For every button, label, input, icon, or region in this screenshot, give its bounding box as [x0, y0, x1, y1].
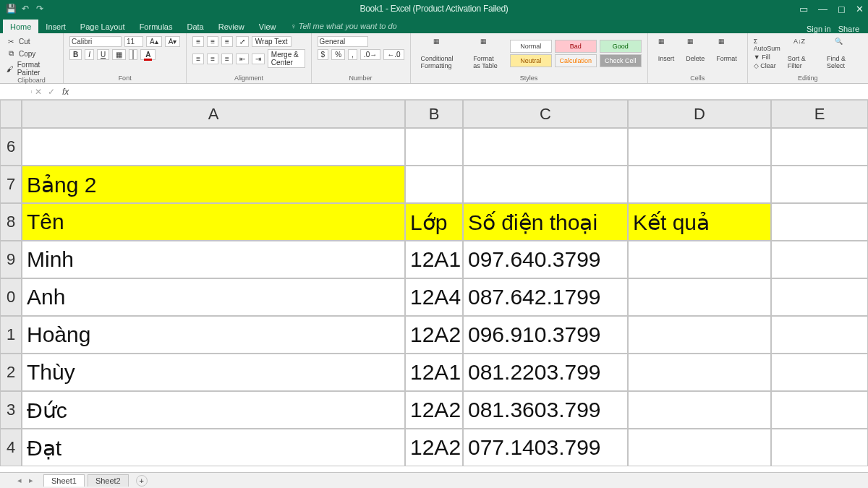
cell-d12[interactable]: [628, 354, 771, 391]
find-select-button[interactable]: 🔍Find & Select: [822, 36, 862, 71]
fill-button[interactable]: ▼ Fill: [754, 53, 780, 61]
font-name-select[interactable]: Calibri: [69, 36, 122, 47]
cell-a14[interactable]: Đạt: [22, 429, 405, 466]
tab-insert[interactable]: Insert: [38, 20, 73, 33]
sort-filter-button[interactable]: A↓ZSort & Filter: [783, 36, 820, 71]
cell-a6[interactable]: [22, 128, 405, 166]
ribbon-display-icon[interactable]: ▭: [799, 4, 808, 14]
save-icon[interactable]: 💾: [6, 4, 16, 14]
increase-decimal-icon[interactable]: .0→: [360, 49, 380, 60]
cell-c10[interactable]: 087.642.1799: [463, 278, 628, 316]
bold-button[interactable]: B: [69, 49, 82, 60]
formula-bar[interactable]: [73, 90, 868, 93]
cell-e6[interactable]: [771, 128, 868, 166]
cell-e8[interactable]: [771, 203, 868, 241]
maximize-icon[interactable]: ◻: [838, 4, 846, 14]
sheet-nav-next-icon[interactable]: ▸: [29, 476, 33, 485]
tab-review[interactable]: Review: [211, 20, 252, 33]
new-sheet-button[interactable]: +: [136, 475, 148, 487]
cell-e10[interactable]: [771, 278, 868, 316]
cell-e7[interactable]: [771, 166, 868, 203]
name-box[interactable]: [0, 90, 32, 93]
column-header-a[interactable]: A: [22, 100, 405, 128]
cell-a7[interactable]: Bảng 2: [22, 166, 405, 203]
row-header-6[interactable]: 6: [0, 128, 22, 166]
cell-d8[interactable]: Kết quả: [628, 203, 771, 241]
column-header-d[interactable]: D: [628, 100, 771, 128]
style-check-cell[interactable]: Check Cell: [600, 54, 642, 67]
cell-c8[interactable]: Số điện thoại: [463, 203, 628, 241]
row-header-9[interactable]: 9: [0, 241, 22, 278]
cell-b12[interactable]: 12A1: [405, 354, 463, 391]
column-header-e[interactable]: E: [771, 100, 868, 128]
number-format-select[interactable]: General: [318, 36, 368, 47]
cell-c13[interactable]: 081.3603.799: [463, 391, 628, 429]
italic-button[interactable]: I: [85, 49, 94, 60]
row-header-14[interactable]: 4: [0, 429, 22, 466]
cell-e14[interactable]: [771, 429, 868, 466]
wrap-text-button[interactable]: Wrap Text: [252, 36, 292, 47]
select-all-corner[interactable]: [0, 100, 22, 128]
cell-a11[interactable]: Hoàng: [22, 316, 405, 354]
tab-data[interactable]: Data: [179, 20, 210, 33]
align-top-icon[interactable]: ≡: [192, 36, 204, 47]
border-button[interactable]: ▦: [112, 49, 126, 60]
cell-e12[interactable]: [771, 354, 868, 391]
font-size-select[interactable]: 11: [124, 36, 143, 47]
cell-a12[interactable]: Thùy: [22, 354, 405, 391]
cell-d7[interactable]: [628, 166, 771, 203]
column-header-b[interactable]: B: [405, 100, 463, 128]
fill-color-button[interactable]: [129, 49, 137, 60]
cell-c11[interactable]: 096.910.3799: [463, 316, 628, 354]
cell-d6[interactable]: [628, 128, 771, 166]
cell-c12[interactable]: 081.2203.799: [463, 354, 628, 391]
cell-d11[interactable]: [628, 316, 771, 354]
close-icon[interactable]: ✕: [856, 4, 864, 14]
align-bottom-icon[interactable]: ≡: [221, 36, 233, 47]
cancel-formula-icon[interactable]: ✕: [32, 87, 45, 97]
conditional-formatting-button[interactable]: ▦ Conditional Formatting: [417, 36, 467, 71]
cell-a9[interactable]: Minh: [22, 241, 405, 278]
underline-button[interactable]: U: [97, 49, 109, 60]
clear-button[interactable]: ◇ Clear: [754, 62, 780, 69]
cell-a8[interactable]: Tên: [22, 203, 405, 241]
copy-button[interactable]: Copy: [19, 50, 35, 58]
row-header-11[interactable]: 1: [0, 316, 22, 354]
cell-d10[interactable]: [628, 278, 771, 316]
orientation-icon[interactable]: ⤢: [236, 36, 249, 47]
tab-page-layout[interactable]: Page Layout: [73, 20, 132, 33]
cell-e11[interactable]: [771, 316, 868, 354]
enter-formula-icon[interactable]: ✓: [45, 87, 58, 97]
cell-b14[interactable]: 12A2: [405, 429, 463, 466]
worksheet-grid[interactable]: A B C D E 6 7 Bảng 2 8 Tên Lớp Số điện t…: [0, 100, 868, 472]
style-calculation[interactable]: Calculation: [555, 54, 597, 67]
sheet-nav-prev-icon[interactable]: ◂: [17, 476, 22, 485]
tab-view[interactable]: View: [252, 20, 284, 33]
font-color-button[interactable]: A: [140, 49, 156, 60]
format-cells-button[interactable]: ▦Format: [712, 36, 741, 64]
cell-e13[interactable]: [771, 391, 868, 429]
decrease-indent-icon[interactable]: ⇤: [236, 53, 249, 64]
cell-d9[interactable]: [628, 241, 771, 278]
cell-c9[interactable]: 097.640.3799: [463, 241, 628, 278]
cell-b13[interactable]: 12A2: [405, 391, 463, 429]
cell-d13[interactable]: [628, 391, 771, 429]
sign-in-link[interactable]: Sign in: [807, 25, 831, 33]
cell-c6[interactable]: [463, 128, 628, 166]
style-normal[interactable]: Normal: [510, 40, 552, 53]
cell-d14[interactable]: [628, 429, 771, 466]
cell-c7[interactable]: [463, 166, 628, 203]
tab-formulas[interactable]: Formulas: [132, 20, 180, 33]
autosum-button[interactable]: Σ AutoSum: [754, 38, 780, 52]
cell-b9[interactable]: 12A1: [405, 241, 463, 278]
currency-icon[interactable]: $: [318, 49, 329, 60]
delete-cells-button[interactable]: ▦Delete: [681, 36, 709, 64]
cell-b11[interactable]: 12A2: [405, 316, 463, 354]
row-header-7[interactable]: 7: [0, 166, 22, 203]
percent-icon[interactable]: %: [331, 49, 345, 60]
share-link[interactable]: Share: [838, 25, 859, 33]
sheet-tab-1[interactable]: Sheet1: [43, 474, 85, 487]
align-middle-icon[interactable]: ≡: [207, 36, 218, 47]
cell-e9[interactable]: [771, 241, 868, 278]
cell-c14[interactable]: 077.1403.799: [463, 429, 628, 466]
